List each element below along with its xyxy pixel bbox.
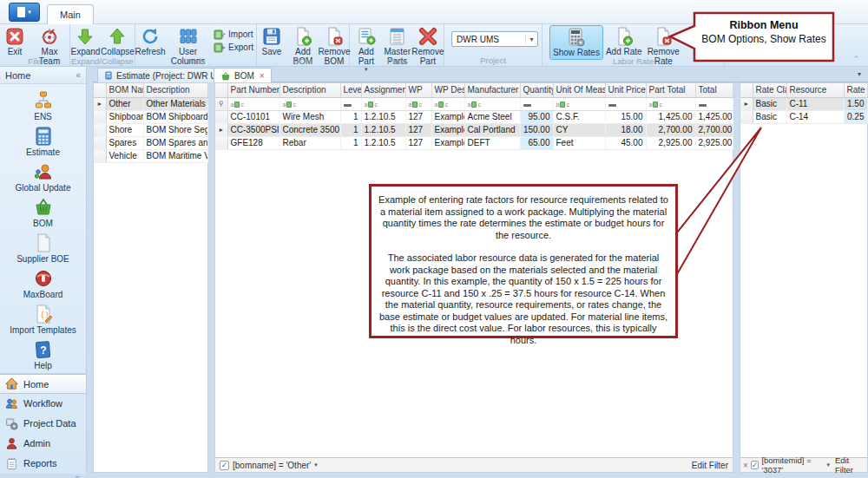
- cell[interactable]: 2,925.00: [646, 136, 695, 149]
- close-filter-icon[interactable]: ×: [743, 461, 748, 470]
- remove-bom-button[interactable]: Remove BOM: [319, 25, 349, 67]
- tab-list-chevron-icon[interactable]: ▾: [858, 70, 861, 78]
- cell[interactable]: 1: [340, 110, 361, 123]
- cell[interactable]: 1,425.00: [646, 110, 695, 123]
- edit-filter-link[interactable]: Edit Filter: [835, 455, 865, 475]
- save-button[interactable]: Save: [257, 25, 286, 58]
- cell[interactable]: 1.2.10.5: [361, 136, 405, 149]
- cell[interactable]: C-14: [786, 110, 844, 123]
- column-header[interactable]: Level: [340, 83, 361, 97]
- cell[interactable]: 18.00: [605, 123, 646, 136]
- ribbon-collapse-icon[interactable]: ⌃: [852, 55, 859, 63]
- filter-expression[interactable]: [bomname] = 'Other': [233, 461, 311, 470]
- cell[interactable]: 150.00: [520, 123, 553, 136]
- sidebar-item-workflow[interactable]: Workflow: [0, 394, 86, 414]
- cell[interactable]: Basic: [753, 97, 786, 110]
- cell[interactable]: C.S.F.: [553, 110, 605, 123]
- refresh-button[interactable]: Refresh: [135, 25, 165, 58]
- column-header[interactable]: Rate: [844, 83, 867, 97]
- table-row[interactable]: ShoreBOM Shore Segment: [94, 123, 207, 136]
- remove-part-button[interactable]: Remove Part: [412, 25, 444, 67]
- cell[interactable]: Cal Portland: [464, 123, 520, 136]
- filter-checkbox[interactable]: ✓: [220, 461, 229, 470]
- add-rate-button[interactable]: Add Rate: [603, 25, 645, 58]
- table-row[interactable]: ShipboardBOM Shipboard Segment: [94, 110, 207, 123]
- sidebar-item-ens[interactable]: ENS: [0, 88, 86, 123]
- cell[interactable]: Wire Mesh: [279, 110, 340, 123]
- sidebar-item-global-update[interactable]: Global Update: [0, 159, 86, 194]
- column-header[interactable]: Resource: [786, 83, 844, 97]
- filter-cell[interactable]: ac: [553, 97, 605, 110]
- table-row[interactable]: VehicleBOM Maritime Vehicle: [94, 149, 207, 162]
- chevron-down-icon[interactable]: ▾: [826, 462, 830, 468]
- exit-button[interactable]: Exit: [0, 25, 30, 58]
- cell[interactable]: 127: [405, 136, 431, 149]
- table-row[interactable]: ▸CC-3500PSIConcrete 3500 PSI11.2.10.5127…: [215, 123, 733, 136]
- close-icon[interactable]: ×: [260, 71, 265, 81]
- sidebar-item-home[interactable]: Home: [0, 374, 86, 394]
- cell[interactable]: CY: [553, 123, 605, 136]
- cell[interactable]: Concrete 3500 PSI: [279, 123, 340, 136]
- cell[interactable]: 1,425.00: [695, 110, 733, 123]
- column-header[interactable]: Unit Price: [605, 83, 646, 97]
- filter-cell[interactable]: [695, 97, 733, 110]
- cell[interactable]: 1.50: [844, 97, 867, 110]
- cell[interactable]: Basic: [753, 110, 786, 123]
- column-header[interactable]: WP: [405, 83, 431, 97]
- column-header[interactable]: Rate Class: [753, 83, 786, 97]
- filter-cell[interactable]: ac: [405, 97, 431, 110]
- cell[interactable]: Spares: [106, 136, 143, 149]
- edit-filter-link[interactable]: Edit Filter: [692, 461, 728, 470]
- cell[interactable]: 0.25: [844, 110, 867, 123]
- cell[interactable]: BOM Shore Segment: [143, 123, 207, 136]
- cell[interactable]: 1.2.10.5: [361, 123, 405, 136]
- cell[interactable]: 2,700.00: [646, 123, 695, 136]
- cell[interactable]: 65.00: [520, 136, 553, 149]
- cell[interactable]: Other: [106, 97, 143, 110]
- sidebar-item-help[interactable]: ? Help: [0, 337, 86, 372]
- sidebar-item-import-templates[interactable]: {) Import Templates: [0, 301, 86, 337]
- filter-cell[interactable]: ac: [464, 97, 520, 110]
- sidebar-item-reports[interactable]: Reports: [0, 454, 86, 474]
- sidebar-item-bom[interactable]: BOM: [0, 194, 86, 230]
- cell[interactable]: Example...: [431, 123, 464, 136]
- table-row[interactable]: ▸BasicC-111.50: [740, 97, 867, 110]
- column-header[interactable]: Manufacturer: [464, 83, 520, 97]
- application-menu-button[interactable]: ▾: [9, 3, 40, 22]
- sidebar-item-supplier-boe[interactable]: Supplier BOE: [0, 230, 86, 265]
- column-header[interactable]: Description: [279, 83, 340, 97]
- expand-button[interactable]: Expand: [70, 25, 101, 58]
- table-row[interactable]: SparesBOM Spares and Repairs: [94, 136, 207, 149]
- sidebar-item-maxboard[interactable]: MaxBoard: [0, 265, 86, 301]
- cell[interactable]: 95.00: [520, 110, 553, 123]
- cell[interactable]: 2,700.00: [695, 123, 733, 136]
- cell[interactable]: GFE128: [227, 136, 279, 149]
- sidebar-item-estimate[interactable]: Estimate: [0, 123, 86, 159]
- cell[interactable]: BOM Spares and Repairs: [143, 136, 207, 149]
- cell[interactable]: 45.00: [605, 136, 646, 149]
- cell[interactable]: 127: [405, 110, 431, 123]
- cell[interactable]: C-11: [786, 97, 844, 110]
- cell[interactable]: 2,925.00: [695, 136, 733, 149]
- chevron-down-icon[interactable]: ▾: [314, 462, 318, 468]
- column-header[interactable]: Part Total: [646, 83, 695, 97]
- column-header[interactable]: WP Desc: [431, 83, 464, 97]
- export-button[interactable]: Export: [214, 43, 253, 53]
- tab-bom[interactable]: BOM ×: [214, 68, 272, 83]
- collapse-pane-icon[interactable]: «: [76, 70, 81, 80]
- cell[interactable]: Other Materials: [143, 97, 207, 110]
- table-row[interactable]: BasicC-140.25: [740, 110, 867, 123]
- filter-cell[interactable]: ac: [646, 97, 695, 110]
- cell[interactable]: Feet: [553, 136, 605, 149]
- column-header[interactable]: Unit Of Measure: [553, 83, 605, 97]
- cell[interactable]: BOM Maritime Vehicle: [143, 149, 207, 162]
- cell[interactable]: DEFT: [464, 136, 520, 149]
- column-header[interactable]: Quantity: [520, 83, 553, 97]
- column-header[interactable]: Part Number: [227, 83, 279, 97]
- ribbon-tab-main[interactable]: Main: [47, 4, 94, 24]
- cell[interactable]: Vehicle: [106, 149, 143, 162]
- column-header[interactable]: Assignment: [361, 83, 405, 97]
- cell[interactable]: 1.2.10.5: [361, 110, 405, 123]
- filter-checkbox[interactable]: ✓: [751, 461, 760, 469]
- filter-cell[interactable]: [340, 97, 361, 110]
